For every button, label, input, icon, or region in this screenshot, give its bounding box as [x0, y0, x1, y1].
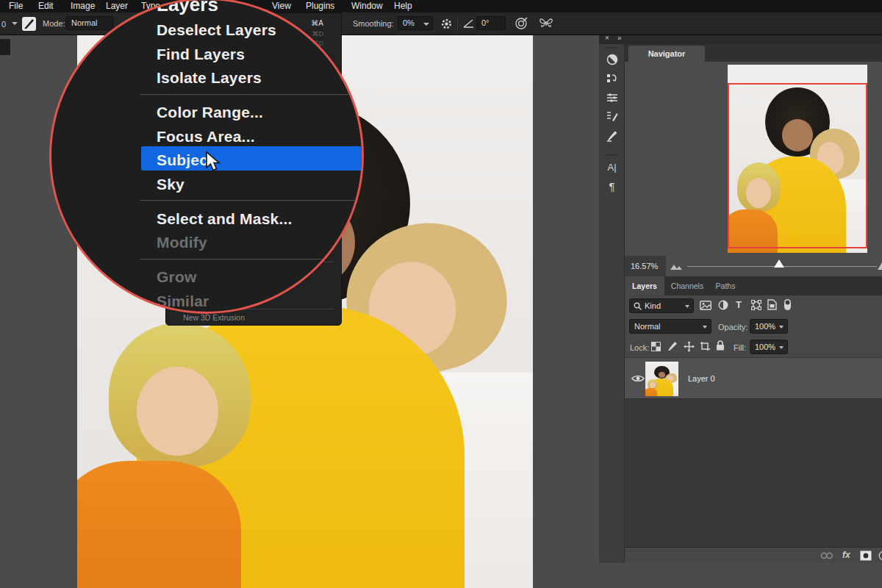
filter-pixel-layers-icon[interactable] [700, 301, 711, 310]
thumb-bracket [674, 392, 678, 396]
menu-item-new-3d-extrusion[interactable]: New 3D Extrusion [183, 313, 245, 322]
tab-paths[interactable]: Paths [710, 276, 741, 295]
smoothing-select[interactable]: 0% [398, 16, 433, 30]
filter-shape-layers-icon[interactable] [751, 300, 761, 310]
filter-adjustment-layers-icon[interactable] [718, 300, 728, 310]
zoom-in-icon[interactable] [878, 262, 882, 270]
layers-panel-tabs: Layers Channels Paths [625, 276, 882, 295]
menu-bar: FileEditImageLayerType3DViewPluginsWindo… [0, 0, 882, 12]
menu-file[interactable]: File [9, 0, 23, 12]
paragraph-panel-icon[interactable]: ¶ [599, 176, 625, 196]
chevron-down-icon [423, 23, 429, 26]
link-layers-icon[interactable] [820, 552, 833, 559]
panel-group-handle[interactable] [606, 154, 617, 156]
canvas-photo-left-face [137, 367, 219, 455]
layer-list: Layer 0 [625, 357, 882, 547]
zoom-out-icon-small [676, 266, 682, 270]
lock-label: Lock: [630, 343, 649, 352]
chevron-down-icon[interactable] [12, 22, 18, 25]
lock-all-padlock-icon[interactable] [716, 340, 725, 351]
menu-separator [140, 200, 362, 201]
navigator-zoom-slider-thumb[interactable] [774, 259, 784, 268]
layers-panel: Layers Channels Paths Kind T [625, 276, 882, 563]
layerthumb-left-face [650, 382, 656, 388]
mouse-cursor [205, 151, 221, 173]
menu-window[interactable]: Window [351, 0, 383, 12]
menu-item-color-range[interactable]: Color Range... [157, 100, 362, 124]
menu-item-focus-area[interactable]: Focus Area... [157, 124, 362, 148]
tab-layers[interactable]: Layers [625, 276, 664, 295]
menu-image[interactable]: Image [71, 0, 95, 12]
paint-symmetry-butterfly-icon[interactable] [539, 17, 553, 29]
brushes-icon[interactable] [599, 126, 625, 146]
gear-icon[interactable] [441, 18, 452, 29]
navigator-header: Navigator [625, 44, 882, 62]
menu-view[interactable]: View [272, 0, 291, 12]
add-layer-mask-icon[interactable] [860, 551, 872, 561]
menu-help[interactable]: Help [394, 0, 412, 12]
tools-panel-fragment [0, 39, 10, 55]
menu-item-fragment-layers: Layers [157, 0, 218, 16]
mode-select[interactable]: Normal [66, 16, 113, 30]
filter-type-layers-icon[interactable]: T [736, 299, 742, 310]
menu-edit[interactable]: Edit [38, 0, 54, 12]
brush-size-fragment[interactable]: 0 [1, 20, 6, 29]
kind-filter-select[interactable]: Kind [629, 298, 694, 313]
brush-settings-icon[interactable] [599, 107, 625, 126]
shortcut-select-all: ⌘A [311, 19, 323, 27]
chevron-down-icon [685, 305, 689, 308]
collapsed-panel-dock: A| ¶ [599, 44, 625, 563]
character-panel-icon[interactable]: A| [599, 157, 625, 176]
lock-transparency-icon[interactable] [651, 342, 661, 351]
menu-item-select-and-mask[interactable]: Select and Mask... [157, 207, 362, 231]
menu-item-sky[interactable]: Sky [157, 172, 362, 196]
opacity-select[interactable]: 100% [750, 319, 788, 334]
layer-name[interactable]: Layer 0 [688, 374, 715, 383]
menu-separator [140, 94, 362, 95]
menu-item-modify[interactable]: Modify [157, 230, 362, 254]
filter-smart-objects-icon[interactable] [767, 299, 777, 310]
layers-filter-row: Kind T [625, 295, 882, 316]
canvas-photo-orange-shirt [77, 461, 241, 588]
divider [457, 17, 458, 30]
angle-icon [463, 19, 474, 28]
visibility-eye-icon[interactable] [631, 374, 645, 383]
thumb-bracket [645, 362, 650, 366]
thumb-bracket [645, 392, 650, 396]
chevron-down-icon [703, 326, 707, 329]
fill-label: Fill: [734, 343, 746, 352]
menu-layer[interactable]: Layer [106, 0, 128, 12]
airbrush-icon[interactable] [514, 17, 528, 30]
mode-label: Mode: [43, 19, 65, 28]
menu-item-isolate-layers[interactable]: Isolate Layers [157, 65, 362, 90]
lock-artboard-nesting-icon[interactable] [700, 341, 711, 351]
panel-group-handle[interactable] [606, 47, 617, 49]
layer-row-layer0[interactable]: Layer 0 [625, 358, 882, 399]
blend-mode-select[interactable]: Normal [629, 319, 711, 334]
new-adjustment-layer-icon[interactable] [878, 551, 882, 561]
lock-pixels-brush-icon[interactable] [667, 341, 678, 351]
smoothing-label: Smoothing: [353, 19, 394, 28]
adjustments-icon[interactable] [599, 50, 625, 69]
opacity-label: Opacity: [718, 323, 747, 331]
angle-input[interactable]: 0° [476, 16, 506, 30]
menu-item-subject[interactable]: Subject [157, 148, 362, 172]
layer-thumbnail[interactable] [645, 362, 678, 396]
fill-select[interactable]: 100% [750, 340, 788, 354]
brush-panel-toggle-button[interactable] [21, 16, 37, 32]
navigator-view-box[interactable] [728, 83, 867, 248]
properties-icon[interactable] [599, 88, 625, 107]
navigator-zoom-input[interactable]: 16.57% [625, 256, 666, 276]
filter-toggle-switch[interactable] [784, 298, 792, 311]
tab-navigator[interactable]: Navigator [628, 46, 705, 62]
history-icon[interactable] [599, 69, 625, 88]
tab-channels[interactable]: Channels [666, 276, 709, 295]
navigator-thumbnail[interactable] [728, 65, 867, 253]
lock-position-icon[interactable] [684, 341, 695, 352]
thumb-bracket [674, 362, 678, 366]
layerthumb-center-face [659, 372, 666, 378]
navigator-panel: Navigator 16.57% [625, 44, 882, 276]
search-icon [634, 302, 642, 310]
menu-plugins[interactable]: Plugins [306, 0, 334, 12]
layer-style-fx-button[interactable]: fx [842, 550, 850, 560]
